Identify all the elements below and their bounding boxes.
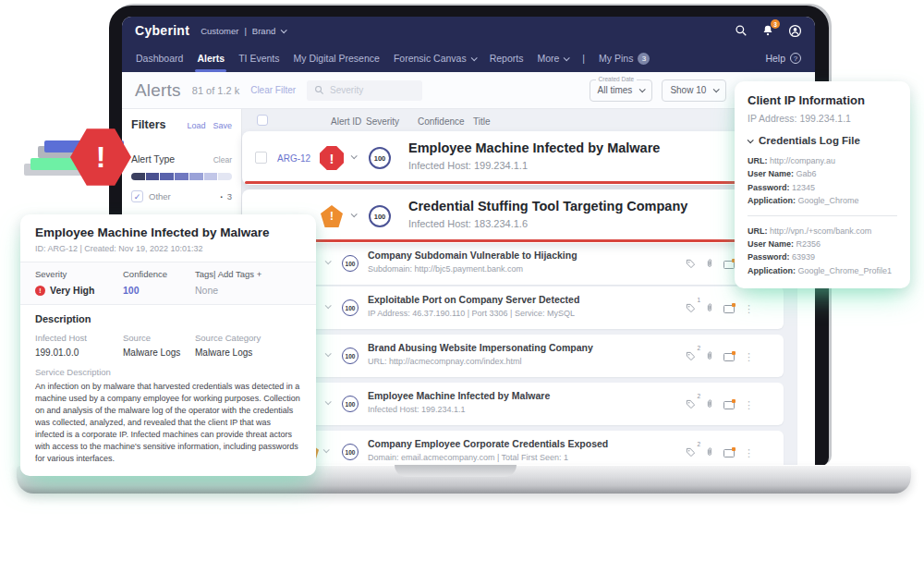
url-label: URL: <box>748 156 768 165</box>
flag-icon[interactable] <box>723 305 735 313</box>
flag-icon[interactable] <box>723 261 735 269</box>
field-label: Source Category <box>195 333 301 343</box>
severity-very-high-icon: ! <box>320 146 344 170</box>
notifications-bell-icon[interactable]: 3 <box>760 23 775 38</box>
alert-title[interactable]: Employee Machine Infected by Malware <box>368 390 550 401</box>
alert-type-clear-link[interactable]: Clear <box>213 155 232 165</box>
show-per-page-select[interactable]: Show 10 <box>662 79 726 102</box>
search-box[interactable] <box>307 80 422 101</box>
tab-more[interactable]: More <box>537 53 568 64</box>
chevron-down-icon[interactable] <box>325 302 332 309</box>
show-value: Show 10 <box>670 85 706 95</box>
chevron-down-icon[interactable] <box>351 211 358 217</box>
chevron-down-icon <box>713 86 720 92</box>
nav-divider: | <box>582 53 585 64</box>
confidence-badge: 100 <box>342 444 359 460</box>
column-alert-id[interactable]: Alert ID <box>331 116 361 127</box>
highlighted-alert-row[interactable]: ARG-12 ! 100 Employee Machine Infected b… <box>242 131 787 185</box>
alert-meta: ID: ARG-12 | Created: Nov 19, 2022 10:01… <box>35 244 301 253</box>
flag-icon[interactable] <box>723 353 735 361</box>
paperclip-icon[interactable] <box>705 445 714 461</box>
tab-forensic-canvas[interactable]: Forensic Canvas <box>394 53 476 64</box>
application-label: Application: <box>748 196 796 205</box>
cyberint-logo: Cyberint <box>135 23 189 38</box>
paperclip-icon[interactable] <box>705 256 714 273</box>
filter-option-label: Other <box>149 191 171 201</box>
tag-icon[interactable]: 2 <box>686 348 696 365</box>
alerts-header: Alerts 81 of 1.2 k Clear Filter Created … <box>122 72 815 109</box>
main-nav: Dashboard Alerts TI Events My Digital Pr… <box>122 44 815 72</box>
chevron-down-icon[interactable] <box>323 446 330 453</box>
paperclip-icon[interactable] <box>705 348 714 365</box>
alert-subtitle: Subdomain: http://bjc5.payment.bank.com <box>368 264 578 274</box>
chevron-down-icon[interactable] <box>325 258 332 264</box>
tag-icon[interactable]: 2 <box>686 445 696 461</box>
description-heading: Description <box>35 313 301 324</box>
flag-icon[interactable] <box>723 449 735 457</box>
highlighted-alert-row[interactable]: ! 100 Credential Stuffing Tool Targeting… <box>242 189 787 243</box>
row-checkbox[interactable] <box>255 152 267 164</box>
tab-my-digital-presence[interactable]: My Digital Presence <box>294 53 380 64</box>
alert-title[interactable]: Brand Abusing Website Impersonating Comp… <box>368 342 593 353</box>
flag-icon[interactable] <box>723 401 735 409</box>
popup-title: Employee Machine Infected by Malware <box>35 226 301 239</box>
alerts-list: Alert ID Severity Confidence Title 100 C… <box>242 109 815 467</box>
customer-label[interactable]: Customer <box>201 26 238 36</box>
search-icon[interactable] <box>734 23 748 38</box>
help-link[interactable]: Help ? <box>765 53 801 64</box>
tags-label[interactable]: Tags| Add Tags + <box>195 269 301 279</box>
created-date-value: All times <box>598 85 633 95</box>
column-confidence[interactable]: Confidence <box>418 116 465 127</box>
table-row[interactable]: 100 Exploitable Port on Company Server D… <box>248 287 784 329</box>
save-filters-link[interactable]: Save <box>213 121 232 130</box>
load-filters-link[interactable]: Load <box>187 121 205 130</box>
table-row[interactable]: 100 Company Subdomain Vulnerable to Hija… <box>248 242 784 285</box>
tab-my-pins[interactable]: My Pins 3 <box>599 53 650 65</box>
tag-icon[interactable]: 2 <box>686 396 696 413</box>
context-switcher[interactable]: Customer | Brand <box>201 26 286 36</box>
tab-ti-events[interactable]: TI Events <box>238 53 279 64</box>
tab-alerts[interactable]: Alerts <box>197 53 225 64</box>
kebab-menu-icon[interactable]: ⋮ <box>744 400 754 410</box>
alert-title[interactable]: Company Subdomain Vulnerable to Hijackin… <box>368 250 578 261</box>
brand-label[interactable]: Brand <box>252 26 275 36</box>
checkbox-checked[interactable]: ✓ <box>131 190 143 202</box>
column-severity[interactable]: Severity <box>366 116 399 127</box>
alert-subtitle: Infected Host: 199.234.1.1 <box>408 160 660 171</box>
kebab-menu-icon[interactable]: ⋮ <box>744 448 754 458</box>
created-date-select[interactable]: Created Date All times <box>590 79 653 102</box>
tab-reports[interactable]: Reports <box>490 53 524 64</box>
kebab-menu-icon[interactable]: ⋮ <box>744 352 754 362</box>
severity-value: Very High <box>50 285 94 296</box>
tab-dashboard[interactable]: Dashboard <box>136 53 183 64</box>
password-value: 12345 <box>792 183 815 192</box>
chevron-down-icon[interactable] <box>325 398 332 405</box>
table-row[interactable]: 100 Employee Machine Infected by Malware… <box>248 383 784 425</box>
filter-option[interactable]: ✓ Other ▪3 <box>131 190 232 202</box>
alert-subtitle: IP Address: 46.37.190.110 | Port 3306 | … <box>368 309 579 318</box>
page-title: Alerts <box>135 80 181 101</box>
dot-icon: ▪ <box>221 194 223 200</box>
tag-icon[interactable] <box>686 256 696 273</box>
tag-icon[interactable]: 1 <box>686 300 696 317</box>
alert-subtitle: Infected Host: 199.234.1.1 <box>368 405 550 414</box>
kebab-menu-icon[interactable]: ⋮ <box>744 304 754 314</box>
alert-title[interactable]: Company Employee Corporate Credentials E… <box>368 438 608 449</box>
chevron-down-icon[interactable] <box>325 350 332 357</box>
alert-id-link[interactable]: ARG-12 <box>277 153 310 164</box>
alert-title[interactable]: Employee Machine Infected by Malware <box>408 140 660 155</box>
table-row[interactable]: ARG-407 ! 100 Company Employee Corporate… <box>248 431 784 467</box>
alert-title[interactable]: Credential Stuffing Tool Targeting Compa… <box>408 199 687 213</box>
paperclip-icon[interactable] <box>705 396 714 413</box>
select-all-checkbox[interactable] <box>257 115 268 126</box>
credentials-section-toggle[interactable]: Credentials Log File <box>748 135 897 146</box>
alert-type-label: Alert Type <box>131 153 175 165</box>
user-avatar-icon[interactable] <box>787 23 802 38</box>
chevron-down-icon[interactable] <box>351 152 358 159</box>
column-title[interactable]: Title <box>473 116 491 127</box>
clear-filter-link[interactable]: Clear Filter <box>250 85 296 95</box>
table-row[interactable]: 100 Brand Abusing Website Impersonating … <box>248 335 784 377</box>
search-input[interactable] <box>330 85 413 95</box>
paperclip-icon[interactable] <box>705 300 714 317</box>
alert-title[interactable]: Exploitable Port on Company Server Detec… <box>368 294 579 305</box>
